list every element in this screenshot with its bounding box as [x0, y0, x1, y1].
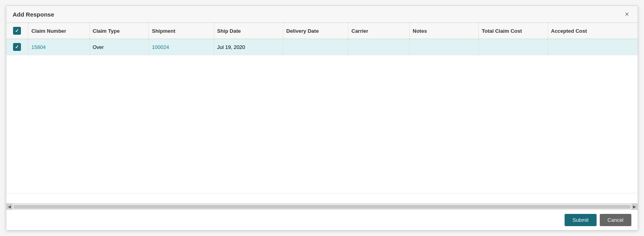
header-checkbox-icon[interactable]: ✓ [13, 27, 21, 35]
horizontal-scrollbar[interactable]: ◀ ▶ [6, 203, 638, 210]
header-delivery-date: Delivery Date [283, 23, 348, 39]
claims-table: ✓ Claim Number Claim Type Shipment Ship … [6, 23, 638, 193]
submit-button[interactable]: Submit [565, 214, 596, 226]
claim-number-link[interactable]: 15804 [32, 44, 46, 50]
scroll-left-button[interactable]: ◀ [6, 204, 13, 210]
header-claim-type: Claim Type [89, 23, 149, 39]
header-accepted-cost: Accepted Cost [548, 23, 638, 39]
modal-overlay: Add Response × ✓ Claim Number Claim Type… [0, 0, 644, 236]
row-accepted-cost [548, 39, 638, 55]
close-button[interactable]: × [622, 10, 631, 19]
table-container[interactable]: ✓ Claim Number Claim Type Shipment Ship … [6, 23, 638, 203]
shipment-link[interactable]: 100024 [152, 44, 169, 50]
header-notes: Notes [409, 23, 478, 39]
header-ship-date: Ship Date [214, 23, 283, 39]
table-row[interactable]: ✓ 15804 Over 100024 Jul 19, 2020 [6, 39, 638, 55]
row-delivery-date [283, 39, 348, 55]
row-notes [409, 39, 478, 55]
modal-header: Add Response × [6, 6, 638, 23]
table-header-row: ✓ Claim Number Claim Type Shipment Ship … [6, 23, 638, 39]
row-total-claim-cost [478, 39, 548, 55]
row-claim-type: Over [89, 39, 149, 55]
header-carrier: Carrier [348, 23, 409, 39]
row-checkbox-icon[interactable]: ✓ [13, 43, 21, 51]
scrollbar-track[interactable] [13, 205, 631, 209]
header-checkbox: ✓ [6, 23, 28, 39]
header-total-claim-cost: Total Claim Cost [478, 23, 548, 39]
header-claim-number: Claim Number [28, 23, 89, 39]
row-checkbox-cell[interactable]: ✓ [6, 39, 28, 55]
header-shipment: Shipment [149, 23, 214, 39]
modal-title: Add Response [13, 11, 54, 18]
modal-body: ✓ Claim Number Claim Type Shipment Ship … [6, 23, 638, 210]
cancel-button[interactable]: Cancel [600, 214, 631, 226]
row-shipment: 100024 [149, 39, 214, 55]
empty-area [6, 55, 638, 193]
modal-dialog: Add Response × ✓ Claim Number Claim Type… [6, 6, 638, 230]
row-carrier [348, 39, 409, 55]
row-ship-date: Jul 19, 2020 [214, 39, 283, 55]
modal-footer: Submit Cancel [6, 210, 638, 230]
scroll-right-button[interactable]: ▶ [631, 204, 638, 210]
row-claim-number: 15804 [28, 39, 89, 55]
